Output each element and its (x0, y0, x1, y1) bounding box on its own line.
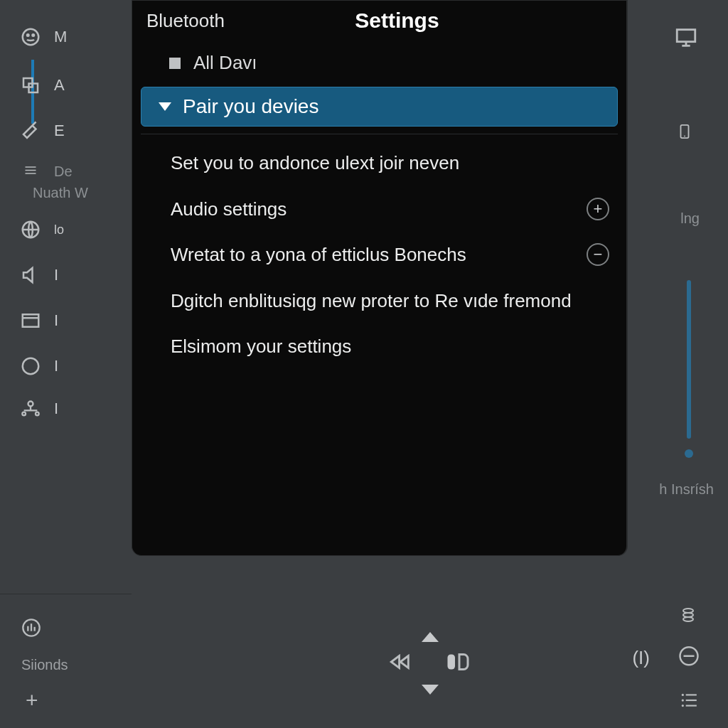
svg-point-15 (22, 412, 26, 416)
plus-icon: + (26, 688, 38, 712)
entry-text: Dgitch enblitusiqg new proter to Re vıde… (171, 289, 614, 313)
right-scrollbar[interactable] (687, 280, 691, 439)
modal-header: Bluetooth Settings (132, 1, 626, 41)
network-icon (18, 397, 43, 421)
sidebar-item-lower-0[interactable]: lo (0, 207, 132, 252)
dpad-down-icon[interactable] (422, 685, 439, 695)
list-lines-icon (18, 159, 43, 183)
settings-entry-audio[interactable]: Audio settings + (171, 198, 614, 221)
sidebar-item-lower-2[interactable]: I (0, 298, 132, 343)
sidebar-item-label: A (54, 76, 65, 95)
list-icon[interactable] (678, 691, 700, 712)
previous-track-icon[interactable] (386, 650, 414, 677)
entry-text: Wretat to a yona of etticlus Bonechs (171, 243, 577, 267)
sidebar-bottom-label-row[interactable]: Siionds (0, 647, 132, 682)
power-label: (I) (632, 646, 650, 668)
right-label-bottom: h Insrísh (659, 481, 714, 498)
settings-entry[interactable]: Elsimom your settings (171, 335, 614, 358)
sidebar-item-label: E (54, 122, 65, 140)
sidebar-item-label: I (54, 357, 58, 375)
svg-point-16 (36, 412, 39, 416)
settings-modal: Bluetooth Settings All Davı Pair you dev… (132, 0, 628, 556)
sidebar-item-lower-1[interactable]: I (0, 252, 132, 298)
svg-point-11 (23, 358, 39, 375)
square-bullet-icon (169, 58, 181, 69)
layers-icon (18, 73, 43, 97)
media-bar: (I) (132, 577, 728, 728)
sidebar-bottom-label: Siionds (21, 657, 68, 673)
svg-point-1 (27, 34, 29, 36)
entry-text: Audio settings (171, 198, 577, 221)
sidebar-item-3[interactable]: De (0, 154, 132, 189)
all-devices-label: All Davı (193, 52, 257, 74)
sidebar-item-label: M (54, 28, 67, 46)
equalizer-icon (21, 618, 41, 641)
globe-icon (18, 218, 43, 242)
power-icon[interactable]: (I) (632, 646, 650, 668)
settings-entry[interactable]: Wretat to a yona of etticlus Bonechs − (171, 243, 614, 267)
settings-entry[interactable]: Set you to andonce ulext joir neven (171, 151, 614, 175)
dpad-up-icon[interactable] (422, 632, 439, 642)
sidebar-bottom-item[interactable] (0, 611, 132, 647)
svg-point-12 (28, 402, 33, 407)
sidebar-add-button[interactable]: + (0, 682, 132, 718)
sidebar-item-label: I (54, 311, 58, 330)
eject-icon[interactable] (678, 646, 700, 670)
all-devices-row[interactable]: All Davı (132, 41, 626, 87)
sidebar-item-lower-3[interactable]: I (0, 343, 132, 389)
sidebar-item-label: I (54, 400, 58, 418)
window-icon (18, 309, 43, 333)
speaker-icon (18, 263, 43, 287)
sidebar-bottom: Siionds + (0, 594, 132, 728)
svg-point-25 (684, 136, 685, 137)
pair-devices-label: Pair you devies (183, 95, 318, 118)
settings-entries: Set you to andonce ulext joir neven Audi… (132, 134, 626, 358)
svg-rect-18 (27, 626, 28, 631)
entry-text: Elsimom your settings (171, 335, 614, 358)
plus-circle-icon[interactable]: + (587, 198, 609, 220)
sidebar-item-0[interactable]: M (0, 14, 132, 60)
phone-icon[interactable] (677, 119, 692, 144)
sidebar-item-1[interactable]: A (0, 63, 132, 108)
media-dpad (386, 632, 474, 695)
settings-entry[interactable]: Dgitch enblitusiqg new proter to Re vıde… (171, 289, 614, 313)
svg-point-2 (33, 34, 35, 36)
svg-rect-20 (34, 627, 36, 631)
sidebar-item-label: De (54, 164, 73, 180)
stack-icon[interactable] (680, 604, 697, 628)
sidebar: M A E De Nuath W lo I I (0, 0, 132, 728)
svg-rect-26 (447, 655, 455, 670)
svg-point-36 (682, 705, 684, 707)
monitor-icon[interactable] (674, 26, 698, 50)
svg-point-31 (683, 617, 693, 621)
svg-rect-9 (23, 314, 39, 327)
svg-point-32 (682, 694, 684, 696)
modal-title: Settings (182, 9, 612, 33)
entry-text: Set you to andonce ulext joir neven (171, 151, 614, 175)
svg-rect-21 (677, 30, 695, 42)
right-label-top: lng (680, 210, 700, 227)
tool-icon (18, 119, 43, 143)
sidebar-item-lower-4[interactable]: I (0, 389, 132, 429)
sidebar-item-2[interactable]: E (0, 108, 132, 154)
svg-point-0 (23, 29, 39, 46)
pair-devices-row[interactable]: Pair you devies (141, 87, 618, 127)
svg-rect-19 (31, 623, 32, 631)
svg-point-34 (682, 699, 684, 701)
minus-circle-icon[interactable]: − (587, 243, 609, 266)
face-icon (18, 25, 43, 49)
sidebar-item-label: lo (54, 223, 64, 237)
circle-icon (18, 354, 43, 378)
chevron-down-icon (159, 102, 171, 111)
media-right-controls: (I) (632, 646, 700, 670)
play-pause-icon[interactable] (440, 649, 474, 678)
sidebar-item-label: I (54, 266, 58, 284)
